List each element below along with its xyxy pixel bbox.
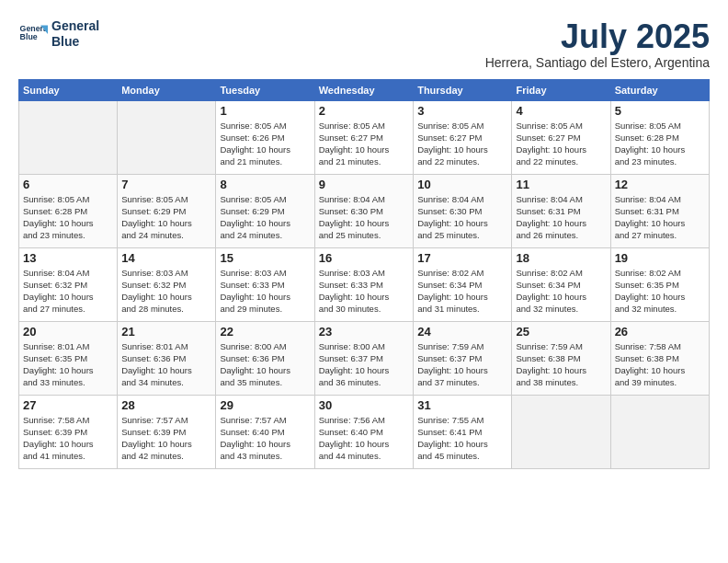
day-number: 13 bbox=[23, 251, 113, 265]
calendar-cell bbox=[512, 395, 610, 468]
day-detail: Sunrise: 8:05 AMSunset: 6:29 PMDaylight:… bbox=[220, 193, 310, 242]
day-detail: Sunrise: 8:05 AMSunset: 6:28 PMDaylight:… bbox=[615, 120, 705, 168]
day-number: 5 bbox=[615, 104, 705, 118]
day-number: 22 bbox=[220, 325, 310, 339]
calendar-cell: 24Sunrise: 7:59 AMSunset: 6:37 PMDayligh… bbox=[414, 321, 512, 395]
calendar-cell: 29Sunrise: 7:57 AMSunset: 6:40 PMDayligh… bbox=[216, 395, 314, 468]
calendar-cell: 30Sunrise: 7:56 AMSunset: 6:40 PMDayligh… bbox=[314, 395, 413, 468]
day-number: 21 bbox=[121, 325, 211, 339]
day-number: 12 bbox=[615, 178, 705, 191]
day-number: 15 bbox=[220, 251, 310, 265]
day-number: 25 bbox=[516, 325, 606, 339]
day-detail: Sunrise: 8:03 AMSunset: 6:33 PMDaylight:… bbox=[319, 267, 409, 316]
calendar-cell bbox=[19, 100, 118, 174]
day-detail: Sunrise: 8:02 AMSunset: 6:34 PMDaylight:… bbox=[417, 267, 507, 316]
day-number: 28 bbox=[121, 398, 211, 412]
day-detail: Sunrise: 8:01 AMSunset: 6:35 PMDaylight:… bbox=[23, 340, 113, 389]
day-number: 27 bbox=[23, 398, 113, 412]
day-detail: Sunrise: 8:03 AMSunset: 6:32 PMDaylight:… bbox=[121, 267, 211, 316]
day-detail: Sunrise: 8:05 AMSunset: 6:28 PMDaylight:… bbox=[23, 193, 113, 242]
day-detail: Sunrise: 8:05 AMSunset: 6:26 PMDaylight:… bbox=[220, 120, 310, 168]
day-number: 19 bbox=[615, 251, 705, 265]
day-detail: Sunrise: 8:04 AMSunset: 6:31 PMDaylight:… bbox=[516, 193, 606, 242]
day-number: 20 bbox=[23, 325, 113, 339]
calendar-cell: 20Sunrise: 8:01 AMSunset: 6:35 PMDayligh… bbox=[19, 321, 118, 395]
calendar-cell: 5Sunrise: 8:05 AMSunset: 6:28 PMDaylight… bbox=[610, 100, 709, 174]
day-number: 16 bbox=[319, 251, 409, 265]
logo: General Blue General Blue bbox=[18, 18, 99, 50]
day-number: 26 bbox=[615, 325, 705, 339]
calendar-cell: 17Sunrise: 8:02 AMSunset: 6:34 PMDayligh… bbox=[414, 247, 512, 321]
calendar-cell: 31Sunrise: 7:55 AMSunset: 6:41 PMDayligh… bbox=[414, 395, 512, 468]
calendar-cell: 27Sunrise: 7:58 AMSunset: 6:39 PMDayligh… bbox=[19, 395, 118, 468]
day-number: 23 bbox=[319, 325, 409, 339]
day-detail: Sunrise: 8:05 AMSunset: 6:27 PMDaylight:… bbox=[417, 120, 507, 168]
calendar-cell: 1Sunrise: 8:05 AMSunset: 6:26 PMDaylight… bbox=[216, 100, 314, 174]
calendar-cell: 18Sunrise: 8:02 AMSunset: 6:34 PMDayligh… bbox=[512, 247, 610, 321]
calendar-week-row: 13Sunrise: 8:04 AMSunset: 6:32 PMDayligh… bbox=[19, 247, 710, 321]
day-number: 31 bbox=[417, 398, 507, 412]
calendar-cell: 2Sunrise: 8:05 AMSunset: 6:27 PMDaylight… bbox=[314, 100, 413, 174]
calendar-cell: 15Sunrise: 8:03 AMSunset: 6:33 PMDayligh… bbox=[216, 247, 314, 321]
page-header: General Blue General Blue July 2025 Herr… bbox=[18, 18, 710, 70]
calendar-table: SundayMondayTuesdayWednesdayThursdayFrid… bbox=[18, 79, 710, 469]
day-number: 9 bbox=[319, 178, 409, 191]
day-detail: Sunrise: 8:02 AMSunset: 6:35 PMDaylight:… bbox=[615, 267, 705, 316]
day-detail: Sunrise: 8:01 AMSunset: 6:36 PMDaylight:… bbox=[121, 340, 211, 389]
calendar-cell: 25Sunrise: 7:59 AMSunset: 6:38 PMDayligh… bbox=[512, 321, 610, 395]
logo-text: General bbox=[51, 18, 99, 34]
weekday-header: Sunday bbox=[19, 79, 118, 100]
header-row: SundayMondayTuesdayWednesdayThursdayFrid… bbox=[19, 79, 710, 100]
location-title: Herrera, Santiago del Estero, Argentina bbox=[485, 55, 710, 70]
day-number: 2 bbox=[319, 104, 409, 118]
weekday-header: Friday bbox=[512, 79, 610, 100]
calendar-cell: 12Sunrise: 8:04 AMSunset: 6:31 PMDayligh… bbox=[610, 174, 709, 247]
svg-text:Blue: Blue bbox=[20, 32, 38, 41]
day-detail: Sunrise: 7:59 AMSunset: 6:37 PMDaylight:… bbox=[417, 340, 507, 389]
calendar-cell: 3Sunrise: 8:05 AMSunset: 6:27 PMDaylight… bbox=[414, 100, 512, 174]
day-detail: Sunrise: 8:04 AMSunset: 6:32 PMDaylight:… bbox=[23, 267, 113, 316]
day-detail: Sunrise: 7:57 AMSunset: 6:39 PMDaylight:… bbox=[121, 414, 211, 463]
day-detail: Sunrise: 7:58 AMSunset: 6:39 PMDaylight:… bbox=[23, 414, 113, 463]
calendar-cell: 16Sunrise: 8:03 AMSunset: 6:33 PMDayligh… bbox=[314, 247, 413, 321]
day-number: 7 bbox=[121, 178, 211, 191]
day-detail: Sunrise: 7:57 AMSunset: 6:40 PMDaylight:… bbox=[220, 414, 310, 463]
day-detail: Sunrise: 7:55 AMSunset: 6:41 PMDaylight:… bbox=[417, 414, 507, 463]
day-number: 24 bbox=[417, 325, 507, 339]
day-number: 18 bbox=[516, 251, 606, 265]
calendar-cell: 21Sunrise: 8:01 AMSunset: 6:36 PMDayligh… bbox=[118, 321, 216, 395]
day-detail: Sunrise: 7:58 AMSunset: 6:38 PMDaylight:… bbox=[615, 340, 705, 389]
day-number: 8 bbox=[220, 178, 310, 191]
day-detail: Sunrise: 8:05 AMSunset: 6:27 PMDaylight:… bbox=[516, 120, 606, 168]
calendar-cell: 19Sunrise: 8:02 AMSunset: 6:35 PMDayligh… bbox=[610, 247, 709, 321]
day-number: 30 bbox=[319, 398, 409, 412]
calendar-cell: 13Sunrise: 8:04 AMSunset: 6:32 PMDayligh… bbox=[19, 247, 118, 321]
day-detail: Sunrise: 8:00 AMSunset: 6:37 PMDaylight:… bbox=[319, 340, 409, 389]
logo-icon: General Blue bbox=[18, 19, 48, 49]
calendar-cell bbox=[610, 395, 709, 468]
weekday-header: Monday bbox=[118, 79, 216, 100]
calendar-cell: 7Sunrise: 8:05 AMSunset: 6:29 PMDaylight… bbox=[118, 174, 216, 247]
calendar-cell: 26Sunrise: 7:58 AMSunset: 6:38 PMDayligh… bbox=[610, 321, 709, 395]
calendar-cell: 8Sunrise: 8:05 AMSunset: 6:29 PMDaylight… bbox=[216, 174, 314, 247]
logo-text2: Blue bbox=[51, 34, 99, 50]
day-number: 4 bbox=[516, 104, 606, 118]
day-detail: Sunrise: 8:04 AMSunset: 6:30 PMDaylight:… bbox=[319, 193, 409, 242]
day-detail: Sunrise: 7:59 AMSunset: 6:38 PMDaylight:… bbox=[516, 340, 606, 389]
day-detail: Sunrise: 8:02 AMSunset: 6:34 PMDaylight:… bbox=[516, 267, 606, 316]
day-number: 3 bbox=[417, 104, 507, 118]
calendar-cell: 22Sunrise: 8:00 AMSunset: 6:36 PMDayligh… bbox=[216, 321, 314, 395]
calendar-cell: 6Sunrise: 8:05 AMSunset: 6:28 PMDaylight… bbox=[19, 174, 118, 247]
weekday-header: Thursday bbox=[414, 79, 512, 100]
calendar-cell: 14Sunrise: 8:03 AMSunset: 6:32 PMDayligh… bbox=[118, 247, 216, 321]
calendar-cell: 4Sunrise: 8:05 AMSunset: 6:27 PMDaylight… bbox=[512, 100, 610, 174]
day-detail: Sunrise: 8:04 AMSunset: 6:30 PMDaylight:… bbox=[417, 193, 507, 242]
calendar-cell: 10Sunrise: 8:04 AMSunset: 6:30 PMDayligh… bbox=[414, 174, 512, 247]
day-detail: Sunrise: 8:00 AMSunset: 6:36 PMDaylight:… bbox=[220, 340, 310, 389]
title-block: July 2025 Herrera, Santiago del Estero, … bbox=[485, 18, 710, 70]
month-title: July 2025 bbox=[485, 18, 710, 55]
day-number: 6 bbox=[23, 178, 113, 191]
day-number: 11 bbox=[516, 178, 606, 191]
day-number: 17 bbox=[417, 251, 507, 265]
day-detail: Sunrise: 8:04 AMSunset: 6:31 PMDaylight:… bbox=[615, 193, 705, 242]
